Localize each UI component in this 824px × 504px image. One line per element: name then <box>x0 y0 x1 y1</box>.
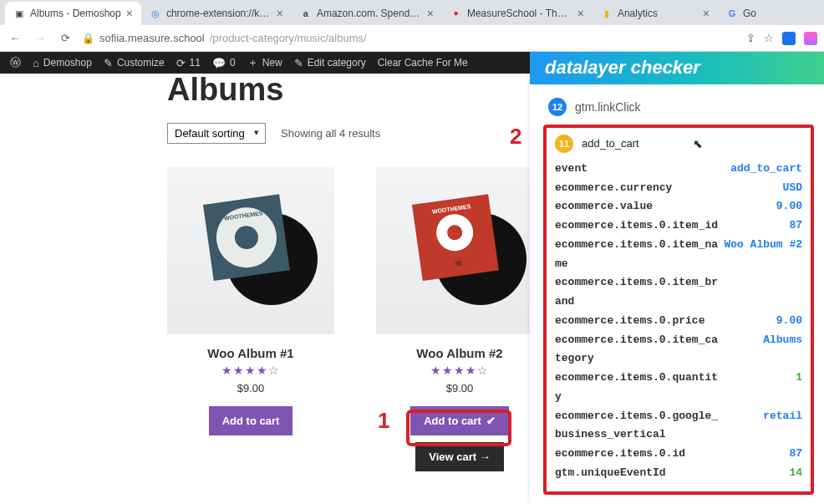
product-price: $9.00 <box>376 382 543 395</box>
dlc-key: ecommerce.items.0.price <box>555 312 704 331</box>
wp-updates[interactable]: ⟳11 <box>176 57 201 69</box>
check-icon: ✔ <box>486 415 496 427</box>
event-name: add_to_cart <box>582 137 639 150</box>
dlc-event-expanded: 11 add_to_cart ⬉ eventadd_to_cartecommer… <box>543 125 814 495</box>
dlc-key: ecommerce.items.0.id <box>555 445 685 464</box>
browser-tab-active[interactable]: ▣ Albums - Demoshop × <box>5 2 141 25</box>
mouse-cursor-icon: ⬉ <box>693 137 703 150</box>
dlc-title: datalayer checker <box>530 52 824 84</box>
add-to-cart-button[interactable]: Add to cart ✔ <box>410 406 509 435</box>
browser-tab[interactable]: ✦ MeasureSchool - The Data- × <box>442 2 593 25</box>
dlc-kv-row: ecommerce.items.0.price9.00 <box>555 312 802 331</box>
dlc-value: USD <box>783 179 802 198</box>
product-rating: ★★★★☆ <box>376 364 543 377</box>
wp-clear-cache[interactable]: Clear Cache For Me <box>378 57 468 69</box>
favicon: ▮ <box>601 8 613 19</box>
dlc-kv-row: eventadd_to_cart <box>555 160 802 179</box>
close-icon[interactable]: × <box>703 7 710 20</box>
close-icon[interactable]: × <box>126 7 133 20</box>
dlc-kv-row: ecommerce.items.0.quantity1 <box>555 369 802 407</box>
dlc-kv-row: ecommerce.value9.00 <box>555 197 802 216</box>
dlc-key: ecommerce.items.0.quantity <box>555 369 722 407</box>
lock-icon: 🔒 <box>82 33 94 44</box>
bookmark-icon[interactable]: ☆ <box>764 32 774 44</box>
favicon: ✦ <box>450 8 462 19</box>
button-label: Add to cart <box>424 415 481 427</box>
dlc-value: 9.00 <box>776 197 802 216</box>
dlc-event-row[interactable]: 10 gtm4wp.addProductToCartEEC <box>548 501 814 504</box>
dlc-kv-row: gtm.uniqueEventId14 <box>555 464 802 483</box>
browser-tab[interactable]: G Go <box>718 2 765 25</box>
browser-tab-strip: ▣ Albums - Demoshop × ◎ chrome-extension… <box>0 0 824 25</box>
dlc-kv-row: ecommerce.items.0.item_brand <box>555 273 802 312</box>
dlc-kv-list: eventadd_to_cartecommerce.currencyUSDeco… <box>555 160 802 483</box>
dlc-key: gtm.uniqueEventId <box>555 464 666 483</box>
address-bar[interactable]: 🔒 sofiia.measure.school/product-category… <box>82 32 738 44</box>
wp-customize-label: Customize <box>117 57 165 69</box>
dlc-value: add_to_cart <box>730 160 802 179</box>
wp-site-name[interactable]: ⌂Demoshop <box>33 57 92 69</box>
event-badge: 12 <box>548 98 567 116</box>
wp-new[interactable]: ＋New <box>247 55 282 70</box>
url-host: sofiia.measure.school <box>99 32 205 44</box>
dlc-key: ecommerce.items.0.item_brand <box>555 273 722 312</box>
dlc-event-row[interactable]: 12 gtm.linkClick <box>548 93 814 121</box>
close-icon[interactable]: × <box>277 7 283 20</box>
annotation-number-2: 2 <box>510 124 521 150</box>
tab-title: chrome-extension://kejbdjn <box>166 8 272 19</box>
dlc-key: ecommerce.items.0.google_business_vertic… <box>555 407 722 445</box>
close-icon[interactable]: × <box>427 7 434 20</box>
tab-title: MeasureSchool - The Data- <box>467 8 572 19</box>
wp-clear-label: Clear Cache For Me <box>378 57 468 69</box>
dlc-body: 12 gtm.linkClick 11 add_to_cart ⬉ eventa… <box>530 84 824 504</box>
dlc-kv-row: ecommerce.items.0.id87 <box>555 445 802 464</box>
favicon: ▣ <box>13 8 25 19</box>
dlc-value: Albums <box>763 331 802 369</box>
dlc-value: 87 <box>789 445 802 464</box>
wp-new-label: New <box>262 57 282 69</box>
tab-title: Albums - Demoshop <box>30 8 121 19</box>
share-icon[interactable]: ⇪ <box>746 32 755 44</box>
dlc-key: ecommerce.value <box>555 197 653 216</box>
annotation-number-1: 1 <box>378 408 389 434</box>
wp-logo[interactable]: ⓦ <box>10 55 21 70</box>
wp-edit-label: Edit category <box>308 57 366 69</box>
tab-title: Amazon.com. Spend less. S <box>317 8 422 19</box>
product-image[interactable]: WOOTHEMES ☠ <box>376 167 543 334</box>
dlc-value: 1 <box>796 369 802 407</box>
dlc-key: ecommerce.items.0.item_id <box>555 216 718 236</box>
dlc-event-header[interactable]: 11 add_to_cart ⬉ <box>555 135 802 153</box>
dlc-kv-row: ecommerce.items.0.google_business_vertic… <box>555 407 802 445</box>
dlc-value: 87 <box>789 216 802 236</box>
sort-select[interactable]: Default sorting <box>167 123 266 144</box>
browser-tab[interactable]: ◎ chrome-extension://kejbdjn × <box>141 2 292 25</box>
wp-edit-category[interactable]: ✎Edit category <box>294 57 366 69</box>
favicon: a <box>300 8 312 19</box>
close-icon[interactable]: × <box>577 7 584 20</box>
product-card: WOOTHEMES ☠ Woo Album #2 ★★★★☆ $9.00 Add… <box>376 167 543 471</box>
browser-tab[interactable]: ▮ Analytics × <box>593 2 718 25</box>
datalayer-checker-panel: datalayer checker 12 gtm.linkClick 11 ad… <box>530 52 824 504</box>
dlc-kv-row: ecommerce.items.0.item_categoryAlbums <box>555 331 802 369</box>
dlc-value: retail <box>763 407 802 445</box>
view-cart-button[interactable]: View cart → <box>415 442 503 471</box>
dlc-kv-row: ecommerce.items.0.item_nameWoo Album #2 <box>555 236 802 274</box>
wp-site-label: Demoshop <box>43 57 92 69</box>
add-to-cart-button[interactable]: Add to cart <box>209 406 293 435</box>
wp-comments[interactable]: 💬0 <box>212 57 236 69</box>
wp-comments-count: 0 <box>230 57 236 69</box>
extension-icon[interactable] <box>782 32 796 45</box>
product-name: Woo Album #2 <box>376 346 543 360</box>
product-price: $9.00 <box>167 382 334 395</box>
forward-button: → <box>32 30 48 47</box>
reload-button[interactable]: ⟳ <box>57 30 74 47</box>
event-badge: 11 <box>555 135 573 153</box>
extension-icon[interactable] <box>804 32 817 45</box>
wp-customize[interactable]: ✎Customize <box>104 57 165 69</box>
svg-text:☠: ☠ <box>454 256 465 268</box>
product-image[interactable]: WOOTHEMES <box>167 167 334 334</box>
toolbar-actions: ⇪ ☆ <box>746 32 817 45</box>
back-button[interactable]: ← <box>7 30 23 47</box>
favicon: G <box>726 8 738 19</box>
browser-tab[interactable]: a Amazon.com. Spend less. S × <box>292 2 442 25</box>
